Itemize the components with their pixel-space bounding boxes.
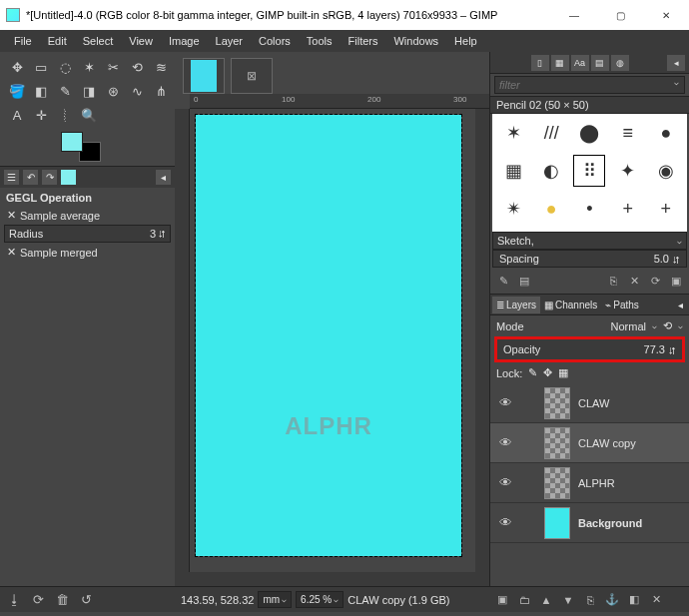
layer-name[interactable]: ALPHR — [578, 477, 615, 489]
menu-select[interactable]: Select — [75, 32, 122, 50]
tab-channels[interactable]: ▦Channels — [540, 297, 601, 313]
vertical-scrollbar[interactable] — [475, 109, 489, 572]
tab-fonts-icon[interactable]: Aa — [571, 55, 589, 71]
brush-item[interactable]: ● — [536, 194, 566, 224]
menu-layer[interactable]: Layer — [208, 32, 252, 50]
tool-fuzzy[interactable]: ✶ — [78, 56, 100, 78]
minimize-button[interactable]: — — [551, 0, 597, 30]
brush-new-icon[interactable]: ▤ — [515, 273, 533, 289]
zoom-select[interactable]: 6.25 %⌵ — [296, 591, 344, 608]
tool-smudge[interactable]: ∿ — [126, 80, 148, 102]
opacity-slider[interactable]: Opacity 77.3 ⮃ — [494, 336, 685, 362]
tab-history-icon[interactable]: ▤ — [591, 55, 609, 71]
layer-row[interactable]: 👁 CLAW copy — [490, 423, 689, 463]
tool-measure[interactable]: ⦚ — [54, 104, 76, 126]
layer-thumbnail[interactable] — [544, 387, 570, 419]
layer-row[interactable]: 👁 ALPHR — [490, 463, 689, 503]
duplicate-layer-icon[interactable]: ⎘ — [581, 592, 599, 608]
brush-item[interactable]: ◉ — [651, 156, 681, 186]
brush-item[interactable]: ✦ — [613, 156, 643, 186]
brush-item[interactable]: ≡ — [613, 118, 643, 148]
fg-color-swatch[interactable] — [61, 132, 83, 152]
spinner-icon[interactable]: ⮃ — [672, 256, 680, 265]
tab-gradients-icon[interactable]: ◍ — [611, 55, 629, 71]
dock-tab-undo[interactable]: ↷ — [42, 170, 57, 185]
tab-layers[interactable]: ≣Layers — [492, 297, 540, 313]
tool-text[interactable]: A — [6, 104, 28, 126]
tool-rect-select[interactable]: ▭ — [30, 56, 52, 78]
menu-edit[interactable]: Edit — [40, 32, 75, 50]
layer-group-icon[interactable]: 🗀 — [515, 592, 533, 608]
ruler-vertical[interactable] — [175, 109, 190, 572]
spacing-slider[interactable]: Spacing 5.0 ⮃ — [492, 250, 687, 268]
raise-layer-icon[interactable]: ▲ — [537, 592, 555, 608]
brush-filter[interactable]: ⌵ — [494, 76, 685, 94]
dock-tab-tooloptions[interactable]: ☰ — [4, 170, 19, 185]
dock-menu-icon[interactable]: ◂ — [667, 55, 685, 71]
brush-item[interactable]: ◐ — [536, 156, 566, 186]
tool-eraser[interactable]: ◨ — [78, 80, 100, 102]
canvas-page[interactable]: ALPHR — [196, 115, 461, 556]
visibility-toggle-icon[interactable]: 👁 — [496, 475, 514, 490]
menu-colors[interactable]: Colors — [251, 32, 299, 50]
unit-select[interactable]: mm⌵ — [258, 591, 292, 608]
layer-row[interactable]: 👁 CLAW — [490, 383, 689, 423]
brush-item[interactable]: ▦ — [498, 156, 528, 186]
spinner-icon[interactable]: ⮃ — [668, 346, 676, 355]
chevron-down-icon[interactable]: ⌵ — [652, 321, 657, 330]
chevron-down-icon[interactable]: ⌵ — [678, 321, 683, 330]
menu-filters[interactable]: Filters — [341, 32, 386, 50]
tool-bucket[interactable]: 🪣 — [6, 80, 28, 102]
tab-brushes-icon[interactable]: ▯ — [531, 55, 549, 71]
dock-menu-icon[interactable]: ◂ — [674, 297, 687, 313]
layer-thumbnail[interactable] — [544, 507, 570, 539]
remove-opt2-icon[interactable]: ✕ — [6, 246, 16, 259]
menu-help[interactable]: Help — [446, 32, 485, 50]
layer-name[interactable]: CLAW copy — [578, 437, 636, 449]
delete-icon[interactable]: 🗑 — [56, 592, 69, 607]
layer-thumbnail[interactable] — [544, 467, 570, 499]
brush-duplicate-icon[interactable]: ⎘ — [604, 273, 622, 289]
brush-item-selected[interactable]: ⠿ — [574, 156, 604, 186]
reset-icon[interactable]: ↺ — [81, 592, 92, 607]
brush-edit-icon[interactable]: ✎ — [494, 273, 512, 289]
close-button[interactable]: ✕ — [643, 0, 689, 30]
layer-name[interactable]: CLAW — [578, 397, 609, 409]
tool-clone[interactable]: ⊛ — [102, 80, 124, 102]
tool-transform[interactable]: ⟲ — [126, 56, 148, 78]
menu-tools[interactable]: Tools — [299, 32, 341, 50]
chevron-down-icon[interactable]: ⌵ — [674, 78, 679, 87]
lock-position-icon[interactable]: ✥ — [543, 366, 552, 379]
mode-reset-icon[interactable]: ⟲ — [663, 319, 672, 332]
restore-icon[interactable]: ⟳ — [33, 592, 44, 607]
brush-item[interactable]: + — [651, 194, 681, 224]
lock-alpha-icon[interactable]: ▦ — [558, 366, 568, 379]
tool-move[interactable]: ✥ — [6, 56, 28, 78]
canvas-tab-close[interactable]: ⊠ — [231, 58, 273, 94]
lower-layer-icon[interactable]: ▼ — [559, 592, 577, 608]
tool-gradient[interactable]: ◧ — [30, 80, 52, 102]
menu-view[interactable]: View — [121, 32, 161, 50]
tool-picker[interactable]: ✛ — [30, 104, 52, 126]
menu-image[interactable]: Image — [161, 32, 208, 50]
visibility-toggle-icon[interactable]: 👁 — [496, 515, 514, 530]
color-swatches[interactable] — [61, 132, 101, 162]
tool-zoom[interactable]: 🔍 — [78, 104, 100, 126]
new-layer-icon[interactable]: ▣ — [493, 592, 511, 608]
tool-warp[interactable]: ≋ — [150, 56, 172, 78]
visibility-toggle-icon[interactable]: 👁 — [496, 435, 514, 450]
dock-menu-icon[interactable]: ◂ — [156, 170, 171, 185]
menu-windows[interactable]: Windows — [385, 32, 446, 50]
canvas-viewport[interactable]: ALPHR — [190, 109, 475, 572]
brush-item[interactable]: /// — [536, 118, 566, 148]
brush-filter-input[interactable] — [494, 76, 685, 94]
tab-patterns-icon[interactable]: ▦ — [551, 55, 569, 71]
merge-layer-icon[interactable]: ⚓ — [603, 592, 621, 608]
tab-paths[interactable]: ⌁Paths — [601, 297, 643, 313]
horizontal-scrollbar[interactable] — [175, 572, 489, 586]
delete-layer-icon[interactable]: ✕ — [647, 592, 665, 608]
brush-item[interactable]: ● — [651, 118, 681, 148]
remove-opt-icon[interactable]: ✕ — [6, 209, 16, 222]
brush-item[interactable]: ⬤ — [574, 118, 604, 148]
tool-crop[interactable]: ✂ — [102, 56, 124, 78]
